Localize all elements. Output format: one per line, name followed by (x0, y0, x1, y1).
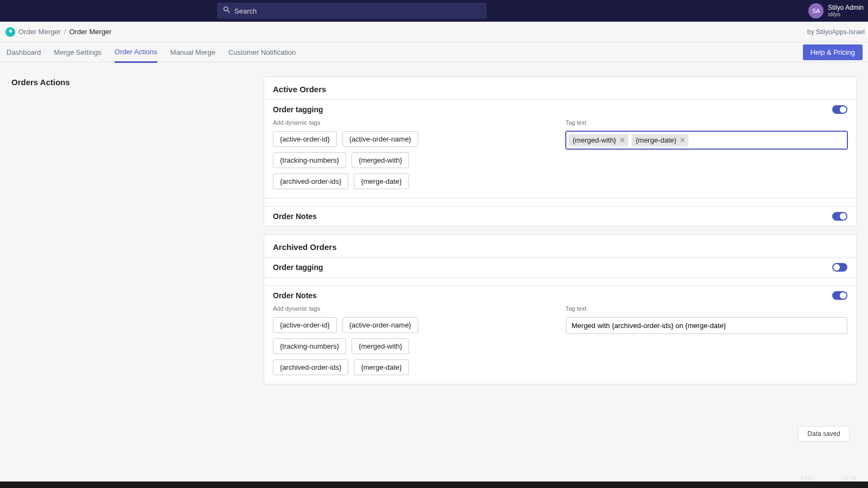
pill-merge-date: {merge-date} (631, 134, 688, 146)
pill-merged-with-label: {merged-with} (573, 136, 616, 144)
content: Orders Actions Active Orders Order taggi… (0, 62, 868, 384)
page-title: Orders Actions (11, 78, 264, 87)
left-column: Orders Actions (11, 76, 264, 384)
saved-toast: Data saved (798, 426, 850, 441)
chip-active-order-id-2[interactable]: {active-order-id} (273, 317, 337, 333)
breadcrumb-page: Order Merger (69, 28, 112, 36)
chip-merged-with-2[interactable]: {merged-with} (352, 338, 409, 354)
active-order-tagging-toggle[interactable] (832, 105, 847, 114)
archived-orders-group: Archived Orders Order tagging Order Note… (264, 234, 857, 384)
active-orders-title: Active Orders (264, 77, 856, 99)
archived-tag-text-label: Tag text (566, 305, 848, 312)
chip-merge-date[interactable]: {merge-date} (354, 174, 409, 189)
tab-dashboard[interactable]: Dashboard (7, 43, 41, 62)
active-add-tags-label: Add dynamic tags (273, 119, 555, 126)
chip-active-order-id[interactable]: {active-order-id} (273, 131, 337, 147)
remove-pill-merge-date[interactable] (680, 136, 685, 144)
tab-customer-notification[interactable]: Customer Notification (228, 43, 296, 62)
tab-order-actions[interactable]: Order Actions (114, 42, 157, 63)
tab-merge-settings[interactable]: Merge Settings (54, 43, 101, 62)
chip-archived-order-ids[interactable]: {archived-order-ids} (273, 174, 348, 189)
active-tag-chips: {active-order-id} {active-order-name} {t… (273, 131, 430, 189)
active-tag-text-label: Tag text (566, 119, 848, 126)
archived-order-tagging-section: Order tagging (264, 257, 856, 278)
archived-tag-text-input[interactable] (566, 317, 848, 334)
chip-active-order-name-2[interactable]: {active-order-name} (342, 317, 418, 333)
search-input[interactable] (234, 7, 481, 15)
user-store: stilyo (828, 11, 864, 17)
chip-tracking-numbers[interactable]: {tracking-numbers} (273, 152, 346, 168)
active-order-tagging-title: Order tagging (273, 105, 323, 114)
search-icon (222, 5, 231, 16)
active-order-notes-toggle[interactable] (832, 212, 847, 221)
breadcrumb-app[interactable]: Order Merger (18, 28, 61, 36)
right-column: Active Orders Order tagging Add dynamic … (264, 76, 857, 384)
app-icon (5, 27, 15, 37)
archived-order-tagging-toggle[interactable] (832, 263, 847, 272)
archived-order-notes-title: Order Notes (273, 291, 317, 300)
language-indicator[interactable]: ENG (801, 475, 814, 481)
tab-manual-merge[interactable]: Manual Merge (170, 43, 215, 62)
chip-merge-date-2[interactable]: {merge-date} (354, 359, 409, 375)
active-order-tagging-section: Order tagging Add dynamic tags {active-o… (264, 99, 856, 198)
archived-order-tagging-title: Order tagging (273, 263, 323, 272)
taskbar: ENG 14:19 (0, 481, 868, 488)
search-field[interactable] (217, 3, 487, 19)
chip-merged-with[interactable]: {merged-with} (352, 152, 409, 168)
active-order-notes-section: Order Notes (264, 206, 856, 226)
avatar: SA (808, 3, 824, 18)
breadcrumb-bar: Order Merger / Order Merger by StilyoApp… (0, 22, 868, 42)
archived-tag-chips: {active-order-id} {active-order-name} {t… (273, 317, 430, 375)
archived-order-notes-toggle[interactable] (832, 291, 847, 300)
active-order-notes-title: Order Notes (273, 212, 317, 221)
breadcrumb-sep: / (64, 28, 66, 36)
chip-archived-order-ids-2[interactable]: {archived-order-ids} (273, 359, 348, 375)
remove-pill-merged-with[interactable] (620, 136, 625, 144)
chip-active-order-name[interactable]: {active-order-name} (342, 131, 418, 147)
active-tag-text-field[interactable]: {merged-with} {merge-date} (566, 131, 848, 149)
active-orders-group: Active Orders Order tagging Add dynamic … (264, 76, 857, 227)
system-clock: 14:19 (841, 475, 856, 481)
user-name: Stilyo Admin (828, 4, 864, 11)
breadcrumb-by: by StilyoApps-Israel (807, 28, 865, 36)
archived-order-notes-section: Order Notes Add dynamic tags {active-ord… (264, 285, 856, 384)
tabs: Dashboard Merge Settings Order Actions M… (0, 42, 868, 62)
archived-orders-title: Archived Orders (264, 235, 856, 257)
chip-tracking-numbers-2[interactable]: {tracking-numbers} (273, 338, 346, 354)
pill-merge-date-label: {merge-date} (636, 136, 676, 144)
help-pricing-button[interactable]: Help & Pricing (803, 44, 863, 60)
pill-merged-with: {merged-with} (569, 134, 628, 146)
topbar: SA Stilyo Admin stilyo (0, 0, 868, 22)
archived-add-tags-label: Add dynamic tags (273, 305, 555, 312)
user-menu[interactable]: SA Stilyo Admin stilyo (804, 0, 868, 22)
